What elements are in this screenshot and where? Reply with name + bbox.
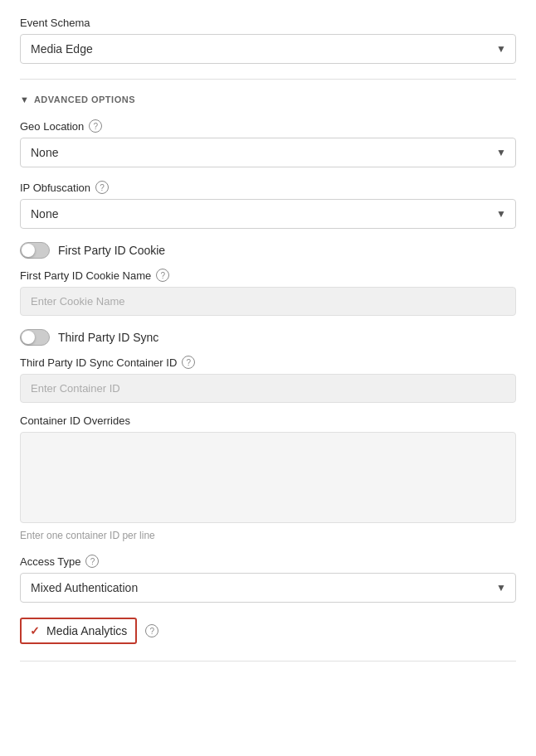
ip-obfuscation-select-wrapper: None Hash Remove ▼ bbox=[20, 199, 516, 229]
first-party-cookie-section: First Party ID Cookie First Party ID Coo… bbox=[20, 242, 516, 316]
first-party-cookie-name-help-icon[interactable]: ? bbox=[156, 269, 169, 282]
media-analytics-label: Media Analytics bbox=[46, 624, 127, 637]
geo-location-select[interactable]: None City Country Region Zip bbox=[20, 138, 516, 167]
event-schema-label: Event Schema bbox=[20, 17, 516, 29]
ip-obfuscation-label: IP Obfuscation ? bbox=[20, 181, 516, 194]
event-schema-select-wrapper: Media Edge XDM Standard ▼ bbox=[20, 34, 516, 64]
top-divider bbox=[20, 79, 516, 80]
media-analytics-checkbox-container: ✓ Media Analytics bbox=[20, 618, 137, 644]
container-id-overrides-input[interactable] bbox=[20, 432, 516, 523]
ip-obfuscation-select[interactable]: None Hash Remove bbox=[20, 199, 516, 229]
access-type-select-wrapper: Mixed Authentication Authenticated Not A… bbox=[20, 573, 516, 603]
third-party-sync-label: Third Party ID Sync bbox=[58, 331, 158, 344]
first-party-cookie-name-label: First Party ID Cookie Name ? bbox=[20, 269, 516, 282]
first-party-cookie-toggle-row: First Party ID Cookie bbox=[20, 242, 516, 259]
access-type-help-icon[interactable]: ? bbox=[85, 555, 99, 568]
page-container: Event Schema Media Edge XDM Standard ▼ ▼… bbox=[0, 0, 536, 756]
advanced-options-chevron-icon: ▼ bbox=[20, 94, 29, 104]
third-party-sync-toggle[interactable] bbox=[20, 329, 50, 346]
first-party-cookie-label: First Party ID Cookie bbox=[58, 244, 165, 257]
event-schema-section: Event Schema Media Edge XDM Standard ▼ bbox=[20, 17, 516, 64]
checkmark-icon: ✓ bbox=[30, 625, 40, 637]
access-type-select[interactable]: Mixed Authentication Authenticated Not A… bbox=[20, 573, 516, 603]
media-analytics-checkbox[interactable]: ✓ bbox=[30, 625, 40, 637]
ip-obfuscation-help-icon[interactable]: ? bbox=[95, 181, 109, 194]
geo-location-label: Geo Location ? bbox=[20, 119, 516, 133]
access-type-section: Access Type ? Mixed Authentication Authe… bbox=[20, 555, 516, 603]
third-party-container-id-help-icon[interactable]: ? bbox=[182, 356, 195, 369]
container-id-overrides-label: Container ID Overrides bbox=[20, 414, 516, 427]
ip-obfuscation-section: IP Obfuscation ? None Hash Remove ▼ bbox=[20, 181, 516, 229]
event-schema-select[interactable]: Media Edge XDM Standard bbox=[20, 34, 516, 64]
third-party-sync-section: Third Party ID Sync Third Party ID Sync … bbox=[20, 329, 516, 541]
advanced-options-toggle[interactable]: ▼ ADVANCED OPTIONS bbox=[20, 94, 516, 104]
first-party-cookie-name-input[interactable] bbox=[20, 287, 516, 316]
container-id-overrides-helper: Enter one container ID per line bbox=[20, 530, 516, 541]
geo-location-section: Geo Location ? None City Country Region … bbox=[20, 119, 516, 167]
media-analytics-section: ✓ Media Analytics ? bbox=[20, 618, 516, 644]
third-party-container-id-input[interactable] bbox=[20, 374, 516, 403]
third-party-sync-toggle-row: Third Party ID Sync bbox=[20, 329, 516, 346]
geo-location-help-icon[interactable]: ? bbox=[89, 119, 102, 133]
access-type-label: Access Type ? bbox=[20, 555, 516, 568]
media-analytics-help-icon[interactable]: ? bbox=[145, 624, 158, 637]
first-party-cookie-toggle[interactable] bbox=[20, 242, 50, 259]
geo-location-select-wrapper: None City Country Region Zip ▼ bbox=[20, 138, 516, 167]
bottom-divider bbox=[20, 661, 516, 662]
third-party-container-id-label: Third Party ID Sync Container ID ? bbox=[20, 356, 516, 369]
advanced-options-label: ADVANCED OPTIONS bbox=[34, 94, 135, 104]
